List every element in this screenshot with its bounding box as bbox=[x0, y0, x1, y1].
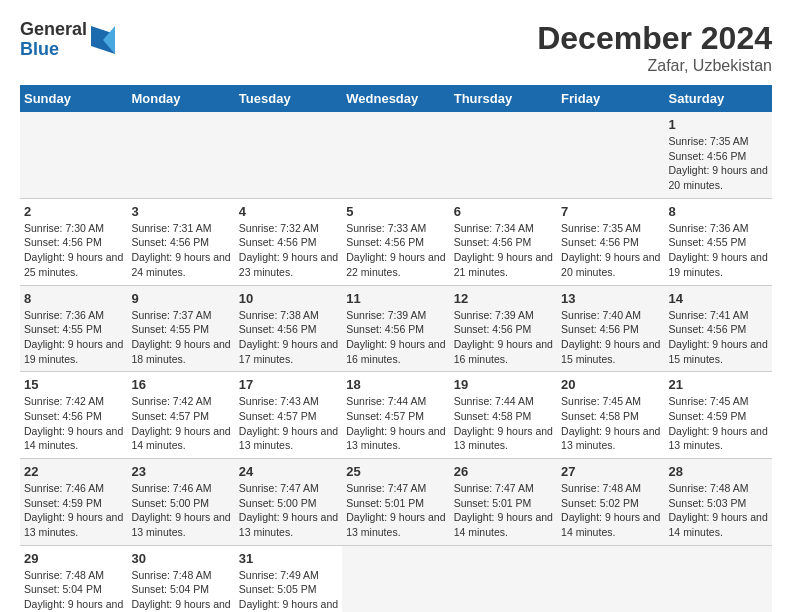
table-row: 15Sunrise: 7:42 AMSunset: 4:56 PMDayligh… bbox=[20, 372, 772, 459]
day-info: Sunrise: 7:47 AMSunset: 5:01 PMDaylight:… bbox=[454, 481, 553, 540]
table-cell: 12Sunrise: 7:39 AMSunset: 4:56 PMDayligh… bbox=[450, 285, 557, 372]
col-saturday: Saturday bbox=[665, 85, 772, 112]
day-number: 28 bbox=[669, 464, 768, 479]
table-cell: 15Sunrise: 7:42 AMSunset: 4:56 PMDayligh… bbox=[20, 372, 127, 459]
day-number: 5 bbox=[346, 204, 445, 219]
table-row: 29Sunrise: 7:48 AMSunset: 5:04 PMDayligh… bbox=[20, 545, 772, 612]
day-info: Sunrise: 7:44 AMSunset: 4:57 PMDaylight:… bbox=[346, 394, 445, 453]
table-row: 8Sunrise: 7:36 AMSunset: 4:55 PMDaylight… bbox=[20, 285, 772, 372]
table-cell: 26Sunrise: 7:47 AMSunset: 5:01 PMDayligh… bbox=[450, 459, 557, 546]
table-cell: 24Sunrise: 7:47 AMSunset: 5:00 PMDayligh… bbox=[235, 459, 342, 546]
table-cell: 18Sunrise: 7:44 AMSunset: 4:57 PMDayligh… bbox=[342, 372, 449, 459]
table-cell: 13Sunrise: 7:40 AMSunset: 4:56 PMDayligh… bbox=[557, 285, 664, 372]
day-info: Sunrise: 7:38 AMSunset: 4:56 PMDaylight:… bbox=[239, 308, 338, 367]
day-info: Sunrise: 7:48 AMSunset: 5:04 PMDaylight:… bbox=[24, 568, 123, 612]
day-number: 31 bbox=[239, 551, 338, 566]
table-cell: 16Sunrise: 7:42 AMSunset: 4:57 PMDayligh… bbox=[127, 372, 234, 459]
table-cell: 4Sunrise: 7:32 AMSunset: 4:56 PMDaylight… bbox=[235, 198, 342, 285]
table-cell: 29Sunrise: 7:48 AMSunset: 5:04 PMDayligh… bbox=[20, 545, 127, 612]
table-cell bbox=[557, 112, 664, 198]
day-number: 19 bbox=[454, 377, 553, 392]
month-year-title: December 2024 bbox=[537, 20, 772, 57]
table-row: 22Sunrise: 7:46 AMSunset: 4:59 PMDayligh… bbox=[20, 459, 772, 546]
table-row: 2Sunrise: 7:30 AMSunset: 4:56 PMDaylight… bbox=[20, 198, 772, 285]
day-info: Sunrise: 7:30 AMSunset: 4:56 PMDaylight:… bbox=[24, 221, 123, 280]
day-number: 18 bbox=[346, 377, 445, 392]
logo-text: General Blue bbox=[20, 20, 87, 60]
day-info: Sunrise: 7:48 AMSunset: 5:04 PMDaylight:… bbox=[131, 568, 230, 612]
logo-icon bbox=[91, 26, 115, 54]
table-cell bbox=[450, 545, 557, 612]
day-info: Sunrise: 7:36 AMSunset: 4:55 PMDaylight:… bbox=[669, 221, 768, 280]
day-number: 4 bbox=[239, 204, 338, 219]
header-row: Sunday Monday Tuesday Wednesday Thursday… bbox=[20, 85, 772, 112]
day-number: 21 bbox=[669, 377, 768, 392]
table-cell: 17Sunrise: 7:43 AMSunset: 4:57 PMDayligh… bbox=[235, 372, 342, 459]
day-number: 29 bbox=[24, 551, 123, 566]
day-info: Sunrise: 7:48 AMSunset: 5:02 PMDaylight:… bbox=[561, 481, 660, 540]
table-cell bbox=[235, 112, 342, 198]
table-row: 1Sunrise: 7:35 AMSunset: 4:56 PMDaylight… bbox=[20, 112, 772, 198]
table-cell: 2Sunrise: 7:30 AMSunset: 4:56 PMDaylight… bbox=[20, 198, 127, 285]
calendar-body: 1Sunrise: 7:35 AMSunset: 4:56 PMDaylight… bbox=[20, 112, 772, 612]
col-thursday: Thursday bbox=[450, 85, 557, 112]
day-info: Sunrise: 7:45 AMSunset: 4:58 PMDaylight:… bbox=[561, 394, 660, 453]
day-info: Sunrise: 7:32 AMSunset: 4:56 PMDaylight:… bbox=[239, 221, 338, 280]
table-cell: 14Sunrise: 7:41 AMSunset: 4:56 PMDayligh… bbox=[665, 285, 772, 372]
day-number: 23 bbox=[131, 464, 230, 479]
title-section: December 2024 Zafar, Uzbekistan bbox=[537, 20, 772, 75]
day-number: 11 bbox=[346, 291, 445, 306]
table-cell bbox=[665, 545, 772, 612]
day-number: 8 bbox=[669, 204, 768, 219]
table-cell: 25Sunrise: 7:47 AMSunset: 5:01 PMDayligh… bbox=[342, 459, 449, 546]
day-number: 9 bbox=[131, 291, 230, 306]
day-info: Sunrise: 7:45 AMSunset: 4:59 PMDaylight:… bbox=[669, 394, 768, 453]
day-number: 16 bbox=[131, 377, 230, 392]
table-cell: 28Sunrise: 7:48 AMSunset: 5:03 PMDayligh… bbox=[665, 459, 772, 546]
day-number: 26 bbox=[454, 464, 553, 479]
day-number: 27 bbox=[561, 464, 660, 479]
day-number: 15 bbox=[24, 377, 123, 392]
table-cell bbox=[342, 112, 449, 198]
day-number: 13 bbox=[561, 291, 660, 306]
day-info: Sunrise: 7:37 AMSunset: 4:55 PMDaylight:… bbox=[131, 308, 230, 367]
table-cell: 3Sunrise: 7:31 AMSunset: 4:56 PMDaylight… bbox=[127, 198, 234, 285]
day-info: Sunrise: 7:39 AMSunset: 4:56 PMDaylight:… bbox=[346, 308, 445, 367]
day-info: Sunrise: 7:42 AMSunset: 4:57 PMDaylight:… bbox=[131, 394, 230, 453]
day-number: 7 bbox=[561, 204, 660, 219]
table-cell: 27Sunrise: 7:48 AMSunset: 5:02 PMDayligh… bbox=[557, 459, 664, 546]
col-friday: Friday bbox=[557, 85, 664, 112]
day-info: Sunrise: 7:47 AMSunset: 5:00 PMDaylight:… bbox=[239, 481, 338, 540]
table-cell: 23Sunrise: 7:46 AMSunset: 5:00 PMDayligh… bbox=[127, 459, 234, 546]
table-cell: 8Sunrise: 7:36 AMSunset: 4:55 PMDaylight… bbox=[665, 198, 772, 285]
day-number: 20 bbox=[561, 377, 660, 392]
day-number: 24 bbox=[239, 464, 338, 479]
day-number: 14 bbox=[669, 291, 768, 306]
day-info: Sunrise: 7:35 AMSunset: 4:56 PMDaylight:… bbox=[561, 221, 660, 280]
day-info: Sunrise: 7:39 AMSunset: 4:56 PMDaylight:… bbox=[454, 308, 553, 367]
logo-blue: Blue bbox=[20, 40, 87, 60]
table-cell bbox=[20, 112, 127, 198]
day-info: Sunrise: 7:49 AMSunset: 5:05 PMDaylight:… bbox=[239, 568, 338, 612]
day-number: 30 bbox=[131, 551, 230, 566]
col-tuesday: Tuesday bbox=[235, 85, 342, 112]
table-cell: 8Sunrise: 7:36 AMSunset: 4:55 PMDaylight… bbox=[20, 285, 127, 372]
calendar-table: Sunday Monday Tuesday Wednesday Thursday… bbox=[20, 85, 772, 612]
col-wednesday: Wednesday bbox=[342, 85, 449, 112]
day-number: 22 bbox=[24, 464, 123, 479]
day-number: 2 bbox=[24, 204, 123, 219]
table-cell bbox=[450, 112, 557, 198]
day-info: Sunrise: 7:31 AMSunset: 4:56 PMDaylight:… bbox=[131, 221, 230, 280]
table-cell: 5Sunrise: 7:33 AMSunset: 4:56 PMDaylight… bbox=[342, 198, 449, 285]
logo-general: General bbox=[20, 20, 87, 40]
day-info: Sunrise: 7:46 AMSunset: 5:00 PMDaylight:… bbox=[131, 481, 230, 540]
table-cell bbox=[342, 545, 449, 612]
table-cell: 21Sunrise: 7:45 AMSunset: 4:59 PMDayligh… bbox=[665, 372, 772, 459]
table-cell: 6Sunrise: 7:34 AMSunset: 4:56 PMDaylight… bbox=[450, 198, 557, 285]
table-cell: 20Sunrise: 7:45 AMSunset: 4:58 PMDayligh… bbox=[557, 372, 664, 459]
col-monday: Monday bbox=[127, 85, 234, 112]
day-info: Sunrise: 7:40 AMSunset: 4:56 PMDaylight:… bbox=[561, 308, 660, 367]
day-info: Sunrise: 7:44 AMSunset: 4:58 PMDaylight:… bbox=[454, 394, 553, 453]
table-cell: 10Sunrise: 7:38 AMSunset: 4:56 PMDayligh… bbox=[235, 285, 342, 372]
day-number: 12 bbox=[454, 291, 553, 306]
